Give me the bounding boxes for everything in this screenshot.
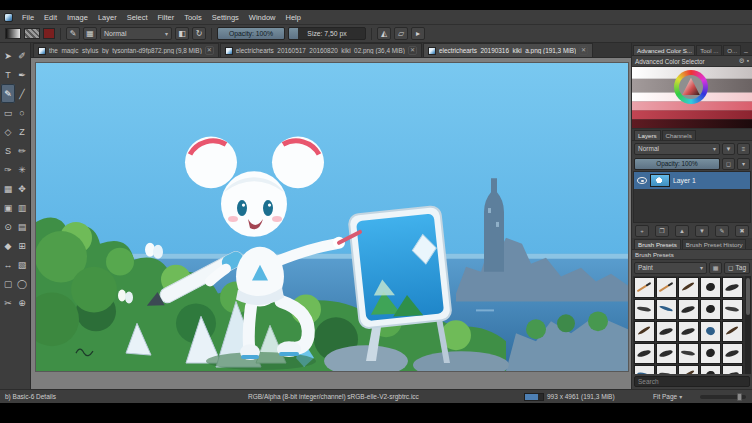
brush-preset[interactable]: [678, 299, 699, 320]
wraparound-mode-button[interactable]: ▱: [394, 27, 408, 40]
layer-lock-button[interactable]: ◻: [722, 158, 735, 170]
document-tab-3[interactable]: electrichearts_20190316_kiki_a.png (191,…: [423, 43, 593, 57]
tool-multibrush[interactable]: ✳: [15, 160, 29, 179]
close-icon[interactable]: ✕: [579, 46, 588, 55]
gradient-swatch[interactable]: [5, 28, 21, 39]
layer-alpha-button[interactable]: ▾: [737, 158, 750, 170]
document-tab-2[interactable]: electrichearts_20160517_20160820_kiki_02…: [220, 43, 422, 57]
brush-preset[interactable]: [656, 321, 677, 342]
move-layer-up-button[interactable]: ▲: [675, 225, 689, 237]
tool-select-shapes[interactable]: ➤: [1, 46, 15, 65]
hue-triangle-wheel[interactable]: [674, 70, 708, 104]
tab-layers[interactable]: Layers: [634, 130, 661, 140]
tool-polyline[interactable]: Z: [15, 122, 29, 141]
menu-help[interactable]: Help: [281, 13, 306, 22]
foreground-color-swatch[interactable]: [43, 28, 55, 39]
scrollbar[interactable]: [745, 276, 751, 374]
tab-brush-presets[interactable]: Brush Presets: [634, 239, 681, 249]
tool-move[interactable]: ✥: [15, 179, 29, 198]
tool-assistants[interactable]: ⊞: [15, 236, 29, 255]
brush-preset[interactable]: [634, 343, 655, 364]
dock-float-button[interactable]: –: [742, 48, 750, 55]
layer-filter-button[interactable]: ▼: [722, 143, 735, 155]
menu-filter[interactable]: Filter: [153, 13, 180, 22]
menu-file[interactable]: File: [17, 13, 39, 22]
blending-mode-dropdown[interactable]: Normal ▾: [100, 27, 172, 40]
tool-dynamic-brush[interactable]: ✑: [1, 160, 15, 179]
layer-row[interactable]: Layer 1: [634, 172, 750, 189]
tool-reference-images[interactable]: ▧: [15, 255, 29, 274]
close-icon[interactable]: ✕: [408, 46, 417, 55]
close-icon[interactable]: ✕: [205, 46, 214, 55]
choose-brush-preset-button[interactable]: ▦: [83, 27, 97, 40]
preset-filter-dropdown[interactable]: Paint ▾: [634, 262, 707, 274]
layer-docker-menu-button[interactable]: ≡: [737, 143, 750, 155]
brush-preset[interactable]: [678, 277, 699, 298]
tool-calligraphy[interactable]: ✒: [15, 65, 29, 84]
brush-preset[interactable]: [634, 321, 655, 342]
menu-tools[interactable]: Tools: [179, 13, 207, 22]
menu-edit[interactable]: Edit: [39, 13, 62, 22]
tool-ellipse[interactable]: ○: [15, 103, 29, 122]
tool-line[interactable]: ╱: [15, 84, 29, 103]
tool-crop[interactable]: ▣: [1, 198, 15, 217]
tool-polygon[interactable]: ◇: [1, 122, 15, 141]
layer-properties-button[interactable]: ✎: [715, 225, 729, 237]
advanced-color-selector[interactable]: [632, 67, 752, 129]
brush-preset[interactable]: [656, 299, 677, 320]
brush-preset[interactable]: [656, 343, 677, 364]
mirror-canvas-button[interactable]: ◭: [377, 27, 391, 40]
tab-brush-preset-history[interactable]: Brush Preset History: [682, 239, 746, 249]
visibility-eye-icon[interactable]: [637, 177, 647, 184]
tool-measure[interactable]: ↔: [1, 255, 15, 274]
pin-icon[interactable]: ▪: [747, 57, 749, 65]
tool-bezier-curve[interactable]: S: [1, 141, 15, 160]
search-input[interactable]: [634, 376, 750, 387]
tag-filter-button[interactable]: ◻ Tag: [724, 262, 750, 274]
brush-size-slider[interactable]: Size: 7,50 px: [288, 27, 366, 40]
document-tab-1[interactable]: the_magic_stylus_by_tysontan-d9fp872.png…: [33, 43, 219, 57]
tool-gradient[interactable]: ▥: [15, 198, 29, 217]
gear-icon[interactable]: ⚙: [739, 57, 745, 65]
brush-preset[interactable]: [634, 277, 655, 298]
tool-contiguous-select[interactable]: ⊕: [15, 293, 29, 312]
brush-preset[interactable]: [678, 343, 699, 364]
brush-preset[interactable]: [722, 299, 743, 320]
add-layer-button[interactable]: +: [635, 225, 649, 237]
menu-window[interactable]: Window: [244, 13, 281, 22]
edit-brush-settings-button[interactable]: ✎: [66, 27, 80, 40]
tool-rect-select[interactable]: ▢: [1, 274, 15, 293]
pattern-swatch[interactable]: [24, 28, 40, 39]
zoom-mode-dropdown[interactable]: Fit Page ▾: [653, 390, 682, 403]
brush-preset[interactable]: [700, 321, 721, 342]
delete-layer-button[interactable]: ✖: [735, 225, 749, 237]
zoom-slider-thumb[interactable]: [737, 393, 742, 401]
brush-preset[interactable]: [678, 321, 699, 342]
tab-tool-options[interactable]: Tool ...: [696, 45, 722, 55]
eraser-mode-button[interactable]: ◧: [175, 27, 189, 40]
tool-freehand-select[interactable]: ✂: [1, 293, 15, 312]
layer-blending-mode-dropdown[interactable]: Normal ▾: [634, 143, 720, 155]
brush-preset[interactable]: [722, 321, 743, 342]
brush-preset[interactable]: [678, 365, 699, 374]
brush-preset[interactable]: [722, 365, 743, 374]
tab-advanced-color-selector[interactable]: Advanced Color S...: [633, 45, 695, 55]
tab-channels[interactable]: Channels: [662, 130, 696, 140]
menu-select[interactable]: Select: [122, 13, 153, 22]
brush-preset[interactable]: [700, 343, 721, 364]
brush-preset[interactable]: [722, 277, 743, 298]
layer-opacity-slider[interactable]: Opacity: 100%: [634, 158, 720, 170]
menu-image[interactable]: Image: [62, 13, 93, 22]
zoom-slider[interactable]: [700, 395, 746, 399]
tool-freehand-brush[interactable]: ✎: [1, 84, 15, 103]
canvas[interactable]: [36, 63, 628, 371]
view-mode-button[interactable]: ▦: [709, 262, 722, 274]
tool-rectangle[interactable]: ▭: [1, 103, 15, 122]
tool-pattern-edit[interactable]: ▤: [15, 217, 29, 236]
tool-fill[interactable]: ◆: [1, 236, 15, 255]
duplicate-layer-button[interactable]: ❐: [655, 225, 669, 237]
menu-layer[interactable]: Layer: [93, 13, 122, 22]
tool-color-sampler[interactable]: ⊙: [1, 217, 15, 236]
tool-transform[interactable]: ▦: [1, 179, 15, 198]
tool-text[interactable]: T: [1, 65, 15, 84]
